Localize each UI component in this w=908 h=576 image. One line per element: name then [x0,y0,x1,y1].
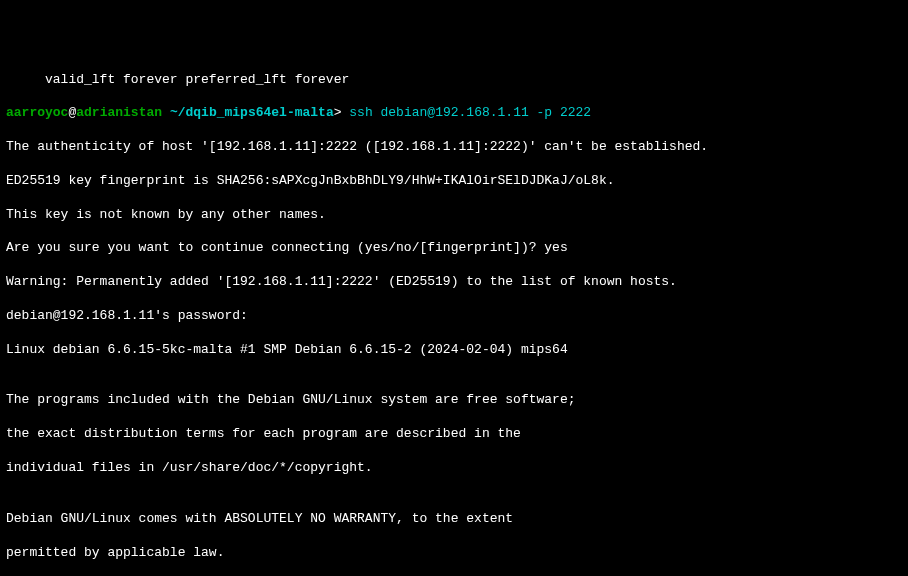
ssh-output-line: Warning: Permanently added '[192.168.1.1… [6,274,902,291]
ssh-output-line: permitted by applicable law. [6,545,902,562]
ssh-output-line: Are you sure you want to continue connec… [6,240,902,257]
ssh-output-line: debian@192.168.1.11's password: [6,308,902,325]
ssh-output-line: This key is not known by any other names… [6,207,902,224]
prompt-user: aarroyoc [6,105,68,120]
prompt-local[interactable]: aarroyoc@adrianistan ~/dqib_mips64el-mal… [6,105,902,122]
ssh-output-line: individual files in /usr/share/doc/*/cop… [6,460,902,477]
ssh-output-line: Debian GNU/Linux comes with ABSOLUTELY N… [6,511,902,528]
ssh-output-line: The programs included with the Debian GN… [6,392,902,409]
ssh-output-line: ED25519 key fingerprint is SHA256:sAPXcg… [6,173,902,190]
partial-line: valid_lft forever preferred_lft forever [6,72,902,89]
prompt-path: ~/dqib_mips64el-malta [170,105,334,120]
ssh-command: ssh debian@192.168.1.11 -p 2222 [349,105,591,120]
ssh-output-line: Linux debian 6.6.15-5kc-malta #1 SMP Deb… [6,342,902,359]
ssh-output-line: the exact distribution terms for each pr… [6,426,902,443]
ssh-output-line: The authenticity of host '[192.168.1.11]… [6,139,902,156]
prompt-host: adrianistan [76,105,162,120]
